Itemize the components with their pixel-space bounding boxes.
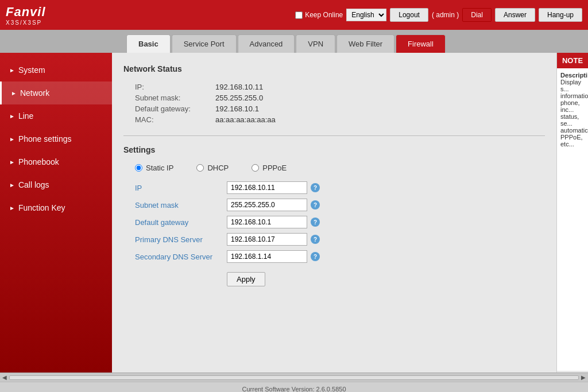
status-label-mac: MAC:: [135, 115, 215, 124]
sidebar-item-line-label: Line: [18, 111, 33, 121]
keep-online-label[interactable]: Keep Online: [295, 11, 343, 19]
sidebar-item-function-key[interactable]: ► Function Key: [0, 196, 112, 219]
status-row-mac: MAC: aa:aa:aa:aa:aa:aa: [135, 115, 545, 124]
subnet-input[interactable]: [227, 199, 307, 211]
form-label-gateway: Default gateway: [135, 218, 227, 227]
hangup-button[interactable]: Hang-up: [539, 8, 582, 22]
dhcp-label: DHCP: [207, 164, 229, 172]
divider: [123, 135, 545, 136]
settings-section: Static IP DHCP PPPoE IP ?: [123, 164, 545, 286]
status-label-ip: IP:: [135, 83, 215, 91]
secondary-dns-help-icon[interactable]: ?: [311, 252, 320, 261]
ip-mode-row: Static IP DHCP PPPoE: [135, 164, 545, 172]
language-select[interactable]: English: [346, 9, 386, 21]
apply-button[interactable]: Apply: [227, 272, 265, 286]
subnet-help-icon[interactable]: ?: [311, 200, 320, 209]
chevron-right-icon: ►: [11, 90, 17, 96]
chevron-right-icon: ►: [9, 113, 15, 119]
status-value-gateway: 192.168.10.1: [215, 104, 259, 113]
sidebar-item-call-logs-label: Call logs: [18, 180, 49, 189]
static-ip-label: Static IP: [146, 164, 173, 172]
scroll-right-icon[interactable]: ▶: [581, 374, 586, 381]
footer: Current Software Version: 2.6.0.5850 Fan…: [0, 382, 588, 392]
scroll-track[interactable]: [9, 375, 579, 380]
primary-dns-help-icon[interactable]: ?: [311, 235, 320, 244]
logo-area: Fanvil X3S/X3SP: [6, 5, 46, 26]
dial-button[interactable]: Dial: [462, 8, 492, 22]
apply-row: Apply: [135, 267, 545, 286]
sidebar-item-network[interactable]: ► Network: [0, 81, 112, 104]
form-label-primary-dns: Primary DNS Server: [135, 235, 227, 244]
note-panel: NOTE Descripti Display s... informatio..…: [556, 53, 588, 372]
footer-line1: Current Software Version: 2.6.0.5850: [3, 386, 585, 392]
network-status-title: Network Status: [123, 64, 545, 76]
sidebar: ► System ► Network ► Line ► Phone settin…: [0, 53, 112, 372]
dhcp-radio[interactable]: [196, 164, 204, 172]
sidebar-item-phone-settings-label: Phone settings: [18, 134, 72, 143]
sidebar-item-line[interactable]: ► Line: [0, 104, 112, 127]
sidebar-item-phonebook-label: Phonebook: [18, 157, 59, 166]
gateway-input[interactable]: [227, 216, 307, 228]
settings-form: IP ? Subnet mask ? Default gateway ? Pri…: [135, 181, 545, 286]
chevron-right-icon: ►: [9, 205, 15, 211]
sidebar-item-call-logs[interactable]: ► Call logs: [0, 173, 112, 196]
logo-model: X3S/X3SP: [6, 20, 42, 26]
status-label-gateway: Default gateway:: [135, 104, 215, 113]
form-row-secondary-dns: Secondary DNS Server ?: [135, 250, 545, 263]
sidebar-item-system-label: System: [18, 65, 45, 75]
admin-label: ( admin ): [432, 11, 459, 19]
dhcp-option[interactable]: DHCP: [196, 164, 229, 172]
static-ip-radio[interactable]: [135, 164, 142, 172]
form-row-gateway: Default gateway ?: [135, 216, 545, 228]
tab-advanced[interactable]: Advanced: [238, 34, 295, 53]
chevron-right-icon: ►: [9, 67, 15, 73]
sidebar-item-phonebook[interactable]: ► Phonebook: [0, 150, 112, 173]
status-row-subnet: Subnet mask: 255.255.255.0: [135, 94, 545, 102]
tab-firewall[interactable]: Firewall: [396, 34, 446, 53]
gateway-help-icon[interactable]: ?: [311, 218, 320, 227]
sidebar-item-phone-settings[interactable]: ► Phone settings: [0, 127, 112, 150]
header-right: Keep Online English Logout ( admin ) Dia…: [295, 8, 582, 22]
status-value-mac: aa:aa:aa:aa:aa:aa: [215, 115, 276, 124]
scroll-left-icon[interactable]: ◀: [2, 374, 7, 381]
form-label-secondary-dns: Secondary DNS Server: [135, 253, 227, 261]
tab-web-filter[interactable]: Web Filter: [336, 34, 394, 53]
chevron-right-icon: ►: [9, 159, 15, 165]
logout-button[interactable]: Logout: [390, 8, 428, 22]
tab-basic[interactable]: Basic: [126, 34, 171, 53]
tab-vpn[interactable]: VPN: [296, 34, 335, 53]
primary-dns-input[interactable]: [227, 233, 307, 246]
sidebar-item-network-label: Network: [20, 88, 49, 98]
logo-fanvil: Fanvil: [6, 5, 46, 20]
note-text: Display s... informatio... phone, inc...…: [560, 79, 588, 148]
static-ip-option[interactable]: Static IP: [135, 164, 173, 172]
sidebar-item-system[interactable]: ► System: [0, 59, 112, 81]
status-row-gateway: Default gateway: 192.168.10.1: [135, 104, 545, 113]
main-layout: ► System ► Network ► Line ► Phone settin…: [0, 53, 588, 372]
ip-help-icon[interactable]: ?: [311, 183, 320, 192]
settings-title: Settings: [123, 145, 545, 157]
note-description-label: Descripti: [560, 72, 587, 79]
tab-service-port[interactable]: Service Port: [172, 34, 237, 53]
secondary-dns-input[interactable]: [227, 250, 307, 263]
form-row-primary-dns: Primary DNS Server ?: [135, 233, 545, 246]
ip-input[interactable]: [227, 181, 307, 194]
keep-online-checkbox[interactable]: [295, 11, 303, 19]
answer-button[interactable]: Answer: [495, 8, 535, 22]
sidebar-item-function-key-label: Function Key: [18, 203, 65, 212]
status-row-ip: IP: 192.168.10.11: [135, 83, 545, 91]
pppoe-option[interactable]: PPPoE: [252, 164, 287, 172]
form-label-subnet: Subnet mask: [135, 201, 227, 209]
network-status-table: IP: 192.168.10.11 Subnet mask: 255.255.2…: [135, 83, 545, 124]
header: Fanvil X3S/X3SP Keep Online English Logo…: [0, 0, 588, 30]
form-label-ip: IP: [135, 184, 227, 192]
pppoe-radio[interactable]: [252, 164, 259, 172]
form-row-subnet: Subnet mask ?: [135, 199, 545, 211]
content-area: Network Status IP: 192.168.10.11 Subnet …: [112, 53, 556, 372]
status-value-ip: 192.168.10.11: [215, 83, 263, 91]
horizontal-scrollbar[interactable]: ◀ ▶: [0, 372, 588, 382]
chevron-right-icon: ►: [9, 182, 15, 188]
note-header: NOTE: [557, 53, 588, 68]
chevron-right-icon: ►: [9, 136, 15, 142]
pppoe-label: PPPoE: [262, 164, 287, 172]
